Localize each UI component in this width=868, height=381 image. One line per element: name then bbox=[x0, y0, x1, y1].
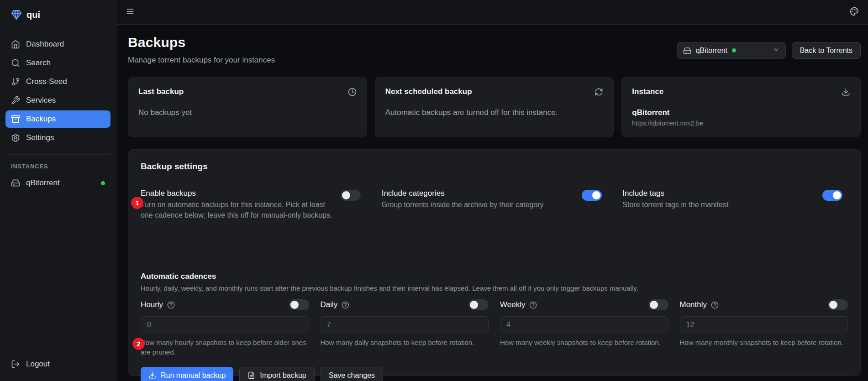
next-scheduled-backup-card: Next scheduled backup Automatic backups … bbox=[375, 77, 614, 137]
sidebar-item-label: Services bbox=[26, 96, 56, 105]
import-backup-button[interactable]: Import backup bbox=[239, 367, 314, 381]
page-title: Backups bbox=[128, 35, 275, 50]
sidebar-nav: Dashboard Search Cross-Seed Services bbox=[5, 36, 110, 148]
instance-name: qBitorrent bbox=[26, 178, 60, 188]
refresh-icon bbox=[594, 88, 603, 96]
instances-heading: INSTANCES bbox=[5, 161, 110, 174]
include-categories-description: Group torrents inside the archive by the… bbox=[382, 200, 573, 210]
sidebar-instance-qbitorrent[interactable]: qBitorrent bbox=[5, 174, 110, 192]
last-backup-card: Last backup No backups yet bbox=[128, 77, 367, 137]
hourly-cadence: Hourly How many hourly snapshots to keep… bbox=[141, 299, 309, 357]
help-circle-icon[interactable] bbox=[711, 301, 719, 309]
daily-toggle[interactable] bbox=[468, 299, 489, 310]
instance-card-name: qBitorrent bbox=[632, 108, 850, 117]
help-circle-icon[interactable] bbox=[167, 301, 175, 309]
include-categories-setting: Include categories Group torrents inside… bbox=[382, 189, 607, 247]
sidebar-item-label: Dashboard bbox=[26, 40, 64, 49]
instance-selector[interactable]: qBitorrent bbox=[677, 42, 786, 59]
include-tags-description: Store torrent tags in the manifest bbox=[622, 200, 814, 210]
sidebar-item-backups[interactable]: Backups bbox=[5, 110, 110, 128]
logout-button[interactable]: Logout bbox=[5, 355, 110, 373]
monthly-toggle[interactable] bbox=[828, 299, 848, 310]
settings-toggles: Enable backups Turn on automatic backups… bbox=[141, 189, 848, 247]
gem-logo-icon bbox=[11, 9, 22, 20]
monthly-help-text: How many monthly snapshots to keep befor… bbox=[680, 338, 848, 347]
instance-card: Instance qBitorrent https://qbitorrent.m… bbox=[621, 77, 861, 137]
hamburger-icon bbox=[126, 7, 135, 17]
sidebar-item-services[interactable]: Services bbox=[5, 92, 110, 109]
search-icon bbox=[11, 58, 20, 68]
help-circle-icon[interactable] bbox=[342, 301, 349, 309]
card-title: Last backup bbox=[138, 87, 184, 96]
sidebar-item-label: Search bbox=[26, 58, 51, 68]
save-changes-button[interactable]: Save changes bbox=[321, 367, 383, 381]
hourly-label: Hourly bbox=[141, 300, 163, 309]
run-manual-backup-button[interactable]: Run manual backup bbox=[141, 367, 233, 381]
help-circle-icon[interactable] bbox=[529, 301, 537, 309]
monthly-keep-input[interactable] bbox=[680, 316, 848, 333]
app-name: qui bbox=[26, 10, 40, 20]
annotation-marker-2: 2 bbox=[132, 338, 145, 350]
hourly-keep-input[interactable] bbox=[141, 316, 309, 333]
backup-settings-title: Backup settings bbox=[141, 162, 848, 172]
page-subtitle: Manage torrent backups for your instance… bbox=[128, 56, 275, 65]
chevron-down-icon bbox=[773, 46, 780, 55]
summary-cards: Last backup No backups yet Next schedule… bbox=[128, 77, 861, 137]
include-tags-label: Include tags bbox=[622, 189, 814, 198]
include-categories-toggle[interactable] bbox=[582, 190, 602, 201]
daily-label: Daily bbox=[321, 300, 338, 309]
home-icon bbox=[11, 40, 20, 49]
weekly-label: Weekly bbox=[500, 300, 525, 309]
hard-drive-icon bbox=[683, 47, 691, 55]
card-title: Next scheduled backup bbox=[385, 87, 472, 96]
palette-icon bbox=[850, 7, 859, 17]
page-content: Backups Manage torrent backups for your … bbox=[116, 25, 868, 381]
weekly-keep-input[interactable] bbox=[500, 316, 668, 333]
sidebar-item-label: Cross-Seed bbox=[26, 77, 67, 86]
monthly-label: Monthly bbox=[680, 300, 707, 309]
sidebar-item-label: Settings bbox=[26, 133, 54, 142]
logout-icon bbox=[11, 360, 20, 369]
daily-keep-input[interactable] bbox=[321, 316, 489, 333]
instance-card-url: https://qbitorrent.mm2.be bbox=[632, 120, 850, 127]
include-tags-toggle[interactable] bbox=[822, 190, 842, 201]
backup-settings-card: Backup settings Enable backups Turn on a… bbox=[128, 149, 861, 376]
logout-label: Logout bbox=[26, 360, 50, 369]
hard-drive-icon bbox=[11, 178, 20, 188]
theme-toggle-button[interactable] bbox=[847, 4, 862, 20]
instance-status-dot bbox=[101, 181, 105, 185]
include-categories-label: Include categories bbox=[382, 189, 573, 198]
git-branch-icon bbox=[11, 77, 20, 86]
automatic-cadences-description: Hourly, daily, weekly, and monthly runs … bbox=[141, 284, 848, 292]
download-icon bbox=[842, 88, 850, 96]
monthly-cadence: Monthly How many monthly snapshots to ke… bbox=[680, 299, 848, 357]
enable-backups-toggle[interactable] bbox=[341, 190, 361, 201]
weekly-toggle[interactable] bbox=[648, 299, 668, 310]
import-backup-label: Import backup bbox=[260, 371, 306, 380]
clock-icon bbox=[348, 88, 357, 96]
sidebar-divider bbox=[6, 154, 110, 155]
daily-help-text: How many daily snapshots to keep before … bbox=[321, 338, 489, 347]
daily-cadence: Daily How many daily snapshots to keep b… bbox=[321, 299, 489, 357]
sidebar-item-settings[interactable]: Settings bbox=[5, 129, 110, 146]
instance-status-dot bbox=[732, 48, 736, 52]
instance-selector-value: qBitorrent bbox=[696, 47, 727, 55]
run-manual-backup-label: Run manual backup bbox=[161, 371, 226, 380]
app-root: qui Dashboard Search Cross-Seed bbox=[0, 0, 868, 381]
topbar bbox=[116, 0, 868, 25]
sidebar-item-dashboard[interactable]: Dashboard bbox=[5, 36, 110, 53]
hourly-toggle[interactable] bbox=[289, 299, 309, 310]
menu-toggle-button[interactable] bbox=[123, 4, 137, 20]
sidebar-item-search[interactable]: Search bbox=[5, 54, 110, 72]
gear-icon bbox=[11, 133, 20, 142]
settings-actions: Run manual backup Import backup Save cha… bbox=[141, 367, 848, 381]
enable-backups-setting: Enable backups Turn on automatic backups… bbox=[141, 189, 366, 247]
include-tags-setting: Include tags Store torrent tags in the m… bbox=[622, 189, 848, 247]
archive-icon bbox=[11, 115, 20, 124]
sidebar-item-cross-seed[interactable]: Cross-Seed bbox=[5, 73, 110, 90]
automatic-cadences-header: Automatic cadences Hourly, daily, weekly… bbox=[141, 272, 848, 292]
hourly-help-text: How many hourly snapshots to keep before… bbox=[141, 338, 309, 357]
card-body: Automatic backups are turned off for thi… bbox=[385, 108, 604, 117]
back-to-torrents-button[interactable]: Back to Torrents bbox=[792, 42, 861, 59]
app-logo: qui bbox=[5, 5, 110, 23]
